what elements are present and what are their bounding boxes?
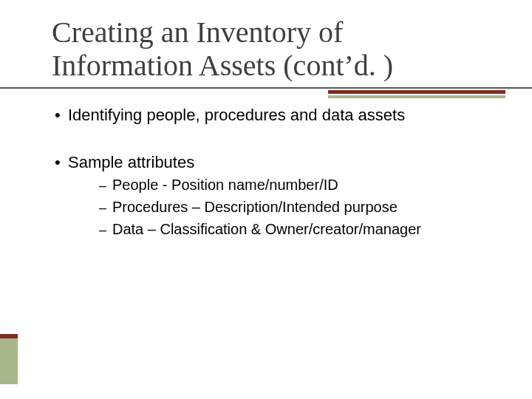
dash-icon: – [99, 200, 112, 216]
title-underline [0, 87, 532, 89]
content-area: • Identifying people, procedures and dat… [55, 105, 498, 242]
bullet-item: • Identifying people, procedures and dat… [55, 105, 498, 126]
bullet-dot-icon: • [55, 154, 68, 171]
sub-bullets: – People - Position name/number/ID – Pro… [99, 176, 498, 239]
accent-bar-dark [328, 90, 505, 94]
sub-bullet-text: People - Position name/number/ID [112, 176, 338, 195]
sub-bullet-item: – People - Position name/number/ID [99, 176, 498, 195]
accent-bar-light [328, 95, 505, 98]
bullet-item: • Sample attributes [55, 152, 498, 173]
sub-bullet-text: Data – Classification & Owner/creator/ma… [112, 220, 421, 239]
accent-bars [328, 90, 505, 98]
bullet-text: Sample attributes [68, 152, 194, 173]
slide: Creating an Inventory of Information Ass… [0, 0, 532, 399]
sub-bullet-item: – Procedures – Description/Intended purp… [99, 198, 498, 217]
dash-icon: – [99, 178, 112, 194]
bullet-text: Identifying people, procedures and data … [68, 105, 405, 126]
slide-title: Creating an Inventory of Information Ass… [52, 16, 480, 83]
dash-icon: – [99, 222, 112, 238]
horizontal-rule [0, 87, 532, 89]
corner-accent-tab [0, 334, 18, 384]
bullet-dot-icon: • [55, 107, 68, 123]
sub-bullet-item: – Data – Classification & Owner/creator/… [99, 220, 498, 239]
sub-bullet-text: Procedures – Description/Intended purpos… [112, 198, 398, 217]
